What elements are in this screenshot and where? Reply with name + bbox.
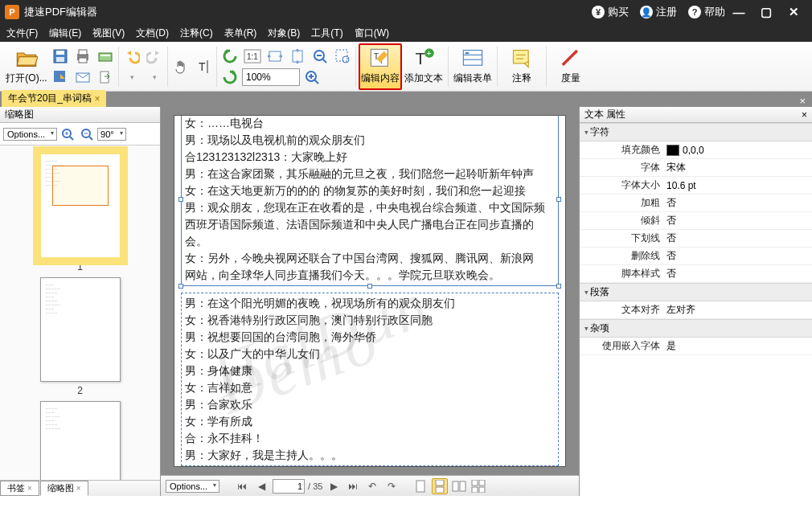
zoom-out-button[interactable] xyxy=(310,46,330,67)
page[interactable]: HaiDun Demo 女：……电视台男：现场以及电视机前的观众朋友们合1231… xyxy=(174,115,566,467)
edit-form-button[interactable]: 编辑表单 xyxy=(451,43,494,90)
text-line[interactable]: 西班牙语国际频道、法语国际频道和中央人民广播电台正在同步直播的 xyxy=(185,216,555,233)
open-button[interactable]: 打开(O)... xyxy=(3,43,50,90)
scan-button[interactable] xyxy=(95,46,116,67)
hand-tool[interactable] xyxy=(170,56,191,77)
text-line[interactable]: 女：在这天地更新万的的的 的物复苏的美好时刻，我们和您一起迎接 xyxy=(185,182,555,199)
menu-file[interactable]: 文件(F) xyxy=(6,27,38,40)
text-line[interactable]: 男：现场以及电视机前的观众朋友们 xyxy=(185,132,555,149)
text-line[interactable]: 女：吉祥如意 xyxy=(185,379,555,396)
help-link[interactable]: ?帮助 xyxy=(688,5,725,19)
close-icon[interactable]: × xyxy=(27,484,32,493)
select-text-tool[interactable]: T xyxy=(193,56,214,77)
menu-window[interactable]: 窗口(W) xyxy=(355,27,389,40)
fit-height-button[interactable] xyxy=(287,46,308,67)
text-line[interactable]: 男：观众朋友，您现在正在收看的是，中央电视台综合频道、中文国际频 xyxy=(185,199,555,216)
text-line[interactable]: 合123123132l2313：大家晚上好 xyxy=(185,149,555,166)
hand-icon xyxy=(173,59,189,75)
text-line[interactable]: 男：在这个阳光明媚的夜晚，祝现场所有的观众朋友们 xyxy=(185,295,555,312)
thumbnail-list[interactable]: — — — —— — — — — —— — — —— — — — —— — ——… xyxy=(0,145,160,480)
save-as-button[interactable] xyxy=(50,67,71,88)
text-line[interactable]: 会。 xyxy=(185,233,555,250)
text-line[interactable]: 女：学有所成 xyxy=(185,413,555,430)
forward-button[interactable]: ↷ xyxy=(383,478,400,494)
facing-continuous-button[interactable] xyxy=(470,478,486,494)
fit-11-button[interactable]: 1:1 xyxy=(242,46,263,67)
text-line[interactable]: 网站，向全球华人同步直播我们今天。。。学院元旦联欢晚会。 xyxy=(185,267,555,284)
prop-cat-misc[interactable]: 杂项 xyxy=(580,319,812,338)
text-line[interactable]: 女：以及广大的中华儿女们 xyxy=(185,346,555,362)
text-line[interactable]: 合：永不挂科！ xyxy=(185,430,555,447)
menu-object[interactable]: 对象(B) xyxy=(268,27,300,40)
tab-bookmark[interactable]: 书签× xyxy=(0,481,39,496)
menu-tools[interactable]: 工具(T) xyxy=(311,27,342,40)
status-options[interactable]: Options... xyxy=(166,480,219,493)
fit-width-button[interactable] xyxy=(265,46,285,67)
email-button[interactable] xyxy=(72,67,93,88)
menu-form[interactable]: 表单(R) xyxy=(224,27,257,40)
doc-tab[interactable]: 年会节20目_串词稿 × xyxy=(2,90,106,107)
text-line[interactable]: 男：在这合家团聚，其乐融融的元旦之夜，我们陪您一起聆听新年钟声 xyxy=(185,166,555,182)
first-page-button[interactable]: ⏮ xyxy=(234,478,250,494)
continuous-page-button[interactable] xyxy=(432,478,448,494)
tab-thumbs[interactable]: 缩略图× xyxy=(40,481,88,496)
buy-link[interactable]: ¥购买 xyxy=(592,5,629,19)
export-button[interactable] xyxy=(95,67,116,88)
minimize-button[interactable]: — xyxy=(725,6,753,19)
text-line[interactable]: 女：另外，今晚央视网还联合了中国台湾网、搜狐网、腾讯网、新浪网 xyxy=(185,250,555,267)
measure-button[interactable]: 度量 xyxy=(549,43,593,90)
close-button[interactable]: ✕ xyxy=(780,5,807,19)
back-button[interactable]: ↶ xyxy=(364,478,380,494)
text-block-selected[interactable]: 女：……电视台男：现场以及电视机前的观众朋友们合123123132l2313：大… xyxy=(181,115,559,286)
document-viewport[interactable]: HaiDun Demo 女：……电视台男：现场以及电视机前的观众朋友们合1231… xyxy=(161,107,579,475)
menu-view[interactable]: 视图(V) xyxy=(92,27,125,40)
maximize-button[interactable]: ▢ xyxy=(753,5,780,19)
color-swatch[interactable] xyxy=(666,145,679,156)
zoom-in-button[interactable] xyxy=(301,67,322,88)
edit-content-button[interactable]: TT 编辑内容 xyxy=(359,43,402,90)
print-button[interactable] xyxy=(72,46,93,67)
last-page-button[interactable]: ⏭ xyxy=(345,478,361,494)
doc-tab-close[interactable]: × xyxy=(94,93,100,104)
text-line[interactable]: 男：大家好，我是主持人。。。 xyxy=(185,447,555,464)
text-block[interactable]: 男：在这个阳光明媚的夜晚，祝现场所有的观众朋友们女：祝香港特别行政区同胞，澳门特… xyxy=(181,293,559,466)
close-icon[interactable]: × xyxy=(76,484,81,493)
text-line[interactable]: 女：……电视台 xyxy=(185,115,555,132)
prop-cat-char[interactable]: 字符 xyxy=(580,123,812,141)
thumbnail-page[interactable]: — — — —— — — — — —— — — —— — — — —— — ——… xyxy=(40,154,121,258)
text-line[interactable]: 男：身体健康 xyxy=(185,362,555,379)
undo-button[interactable] xyxy=(121,46,142,67)
menu-document[interactable]: 文档(D) xyxy=(136,27,169,40)
menu-edit[interactable]: 编辑(E) xyxy=(49,27,81,40)
redo-dd-button[interactable]: ▾ xyxy=(144,67,165,88)
text-line[interactable]: 男：祝想要回国的台湾同胞，海外华侨 xyxy=(185,329,555,346)
add-text-button[interactable]: T+ 添加文本 xyxy=(402,43,445,90)
prev-page-button[interactable]: ◀ xyxy=(253,478,269,494)
zoom-input[interactable] xyxy=(242,68,300,86)
redo-button[interactable] xyxy=(144,46,165,67)
prop-cat-para[interactable]: 段落 xyxy=(580,283,812,301)
rotate-ccw-button[interactable] xyxy=(219,46,240,67)
thumb-zoom-out[interactable] xyxy=(78,125,96,143)
undo-dd-button[interactable]: ▾ xyxy=(121,67,142,88)
thumb-zoom-in[interactable] xyxy=(59,125,76,143)
zoom-region-button[interactable] xyxy=(332,46,353,67)
thumb-options[interactable]: Options... xyxy=(3,128,57,141)
text-line[interactable]: 男：合家欢乐 xyxy=(185,396,555,413)
register-link[interactable]: 👤注册 xyxy=(640,5,677,19)
menu-annotate[interactable]: 注释(C) xyxy=(180,27,213,40)
text-line[interactable]: 女：祝香港特别行政区同胞，澳门特别行政区同胞 xyxy=(185,312,555,329)
props-close[interactable]: × xyxy=(802,109,807,121)
svg-rect-54 xyxy=(479,487,485,493)
page-input[interactable] xyxy=(273,479,305,494)
single-page-button[interactable] xyxy=(412,478,429,494)
facing-page-button[interactable] xyxy=(451,478,467,494)
thumbnail-page[interactable]: — — — —— — —— — — — —— — —— — — —— — — —… xyxy=(40,401,121,480)
next-page-button[interactable]: ▶ xyxy=(326,478,342,494)
thumb-rotate[interactable]: 90° xyxy=(97,128,126,141)
save-button[interactable] xyxy=(50,46,71,67)
thumbnail-page[interactable]: — — —— — — — —— — — —— — —— — — —— — — —… xyxy=(40,277,121,382)
annotate-button[interactable]: 注释 xyxy=(500,43,543,90)
doc-pane-close[interactable]: × xyxy=(796,95,809,107)
rotate-cw-button[interactable] xyxy=(219,67,240,88)
